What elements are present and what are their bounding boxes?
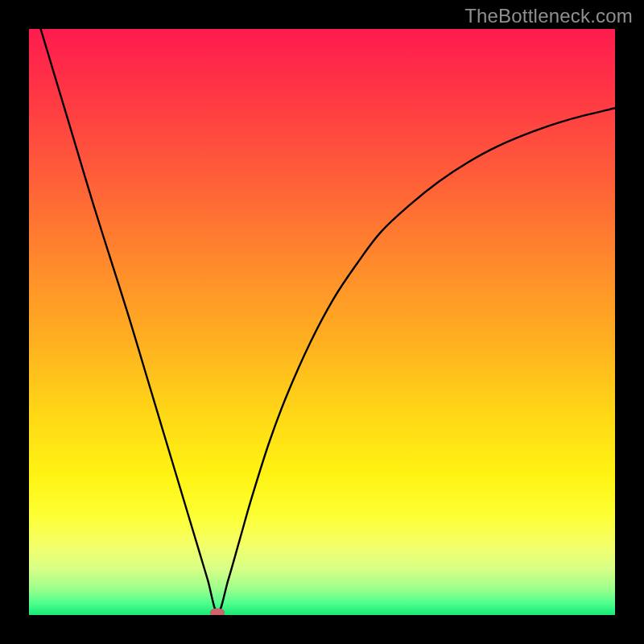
plot-area (29, 29, 615, 615)
watermark-text: TheBottleneck.com (464, 5, 633, 27)
bottleneck-curve (29, 29, 615, 615)
chart-stage: TheBottleneck.com (0, 0, 644, 644)
optimal-point-marker (210, 609, 225, 615)
